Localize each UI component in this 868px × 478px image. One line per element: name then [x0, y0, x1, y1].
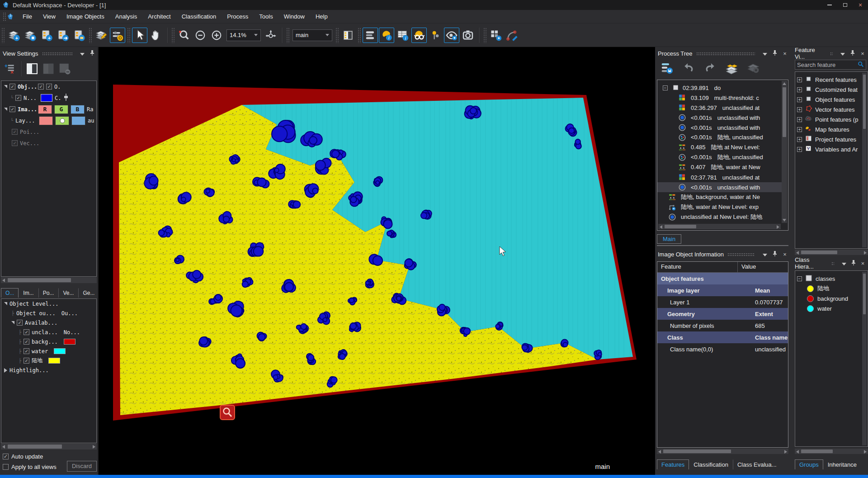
expand-icon[interactable]: + — [797, 127, 802, 132]
class-hierarchy-vscrollbar[interactable] — [862, 272, 867, 445]
pin-icon[interactable] — [849, 50, 856, 57]
zoom-select-icon[interactable] — [176, 28, 192, 43]
toolbar-group-handle[interactable] — [89, 28, 92, 43]
toolbar-group-handle[interactable] — [1, 28, 5, 43]
zoom-level-combo[interactable]: 14.1% — [226, 29, 261, 41]
feature-view-hscrollbar[interactable] — [795, 250, 868, 255]
process-row[interactable]: <0.001sunclassified with — [657, 113, 782, 123]
checkbox[interactable]: ✓ — [12, 129, 18, 135]
toolbar-group-handle[interactable] — [127, 28, 130, 43]
expand-icon[interactable] — [4, 108, 7, 111]
menu-item-window[interactable]: Window — [278, 11, 310, 22]
process-tree-vscrollbar[interactable] — [782, 81, 787, 223]
tab-inheritance[interactable]: Inheritance — [823, 459, 861, 469]
run-processes-icon[interactable] — [724, 60, 740, 76]
checkbox[interactable]: ✓ — [24, 329, 29, 335]
band-value-cell[interactable] — [71, 116, 85, 125]
process-row[interactable]: −02:39.891do — [657, 83, 782, 93]
process-tree-hscrollbar[interactable] — [658, 224, 781, 229]
ioi-row[interactable]: Layer 10.0707737 — [657, 296, 788, 308]
classified-image[interactable] — [99, 47, 655, 475]
process-row[interactable]: <0.001sunclassified with — [657, 182, 782, 192]
menu-item-analysis[interactable]: Analysis — [110, 11, 142, 22]
collapse-icon[interactable] — [4, 368, 7, 373]
minimize-button[interactable] — [822, 0, 837, 10]
auto-update-checkbox[interactable]: ✓ — [3, 454, 9, 459]
process-row[interactable]: <0.001s陆地, unclassified — [657, 133, 782, 142]
expand-icon[interactable]: + — [797, 87, 802, 92]
edit-layers-icon[interactable] — [94, 28, 109, 43]
scroll-thumb[interactable] — [665, 225, 696, 228]
menu-item-image-objects[interactable]: Image Objects — [61, 11, 110, 22]
split-view-icon[interactable] — [340, 28, 356, 43]
workspace-grid-icon[interactable] — [488, 28, 504, 43]
ioi-col-value[interactable]: Value — [738, 262, 760, 272]
scroll-up-arrow[interactable] — [783, 82, 786, 85]
object-tree-row[interactable]: ├✓backg... — [1, 337, 96, 346]
panel-menu-icon[interactable] — [839, 50, 846, 57]
pan-icon[interactable] — [148, 28, 164, 43]
view-settings-row[interactable]: ✓Obj...✓✓O. — [1, 81, 96, 92]
view-table-icon[interactable]: i — [395, 28, 410, 43]
chevron-down-icon[interactable] — [326, 34, 329, 36]
menu-item-view[interactable]: View — [38, 11, 61, 22]
save-process-icon[interactable] — [659, 60, 675, 76]
new-project-icon[interactable]: + — [6, 28, 22, 43]
process-row[interactable]: unclassified at New Level: 陆地 — [657, 212, 782, 222]
view-glasses-icon[interactable] — [411, 28, 427, 43]
feature-view-row[interactable]: +Vector features — [797, 104, 862, 114]
panel-drag-handle[interactable] — [696, 52, 755, 55]
process-row[interactable]: 0.407陆地, water at New — [657, 162, 782, 172]
ioi-hscrollbar[interactable] — [657, 449, 788, 454]
panel-drag-handle[interactable] — [830, 52, 833, 55]
menu-item-architect[interactable]: Architect — [142, 11, 176, 22]
object-tree-row[interactable]: Hightligh... — [1, 365, 96, 375]
menu-item-help[interactable]: Help — [310, 11, 333, 22]
view-layer-icon[interactable] — [363, 28, 378, 43]
process-row[interactable]: 02:37.781unclassified at — [657, 172, 782, 182]
panel-drag-handle[interactable] — [831, 262, 834, 265]
class-row[interactable]: 陆地 — [797, 284, 862, 293]
save-project-icon[interactable] — [23, 28, 38, 43]
view-classification-icon[interactable]: i — [379, 28, 394, 43]
collapse-icon[interactable]: − — [663, 85, 668, 90]
draw-curve-icon[interactable] — [505, 28, 520, 43]
collapse-icon[interactable]: − — [797, 276, 802, 281]
checkbox[interactable]: ✓ — [24, 358, 29, 364]
ioi-row[interactable]: GeometryExtent — [657, 308, 788, 320]
discard-button[interactable]: Discard — [67, 461, 97, 472]
object-tree-row[interactable]: ├✓uncla...No... — [1, 327, 96, 337]
search-icon[interactable] — [857, 61, 864, 69]
redo-icon[interactable] — [703, 60, 718, 76]
process-row[interactable]: <0.001s陆地, unclassified — [657, 152, 782, 162]
class-row[interactable]: water — [797, 303, 862, 313]
process-row[interactable]: 03.109multi-threshold: c — [657, 93, 782, 103]
close-panel-icon[interactable]: × — [859, 260, 866, 267]
feature-view-vscrollbar[interactable] — [862, 73, 867, 247]
scroll-left-arrow[interactable] — [660, 225, 662, 229]
ioi-row[interactable]: Number of pixels685 — [657, 320, 788, 331]
feature-view-row[interactable]: +Project features — [797, 134, 862, 144]
tab-class-evalua-[interactable]: Class Evalua... — [733, 459, 781, 469]
process-row[interactable]: 陆地, background, water at Ne — [657, 192, 782, 202]
left-tab-4[interactable]: Ge... — [78, 288, 99, 298]
view-pin-icon[interactable] — [428, 28, 443, 43]
process-tree-main-tab[interactable]: Main — [657, 234, 681, 244]
import-layer-icon[interactable]: ➜ — [55, 28, 71, 43]
pin-icon[interactable] — [850, 260, 857, 267]
view-settings-row[interactable]: ✓Poi... — [1, 126, 96, 137]
pin-icon[interactable] — [771, 50, 778, 57]
view-settings-row[interactable]: └Lay...au — [1, 115, 96, 126]
checkbox[interactable]: ✓ — [24, 339, 29, 345]
expand-icon[interactable]: + — [797, 137, 802, 142]
add-layer-icon[interactable]: + — [39, 28, 54, 43]
menu-item-classification[interactable]: Classification — [176, 11, 222, 22]
chevron-down-icon[interactable] — [254, 34, 258, 36]
object-tree-row[interactable]: Object Level... — [1, 299, 96, 308]
feature-view-row[interactable]: +Customized feat — [797, 85, 862, 95]
single-pane-view-icon[interactable] — [24, 61, 40, 76]
menu-item-tools[interactable]: Tools — [254, 11, 278, 22]
ioi-row[interactable]: Class name(0,0)unclassified — [657, 343, 788, 355]
toolbar-group-handle[interactable] — [483, 28, 486, 43]
class-hierarchy-hscrollbar[interactable] — [795, 449, 868, 454]
